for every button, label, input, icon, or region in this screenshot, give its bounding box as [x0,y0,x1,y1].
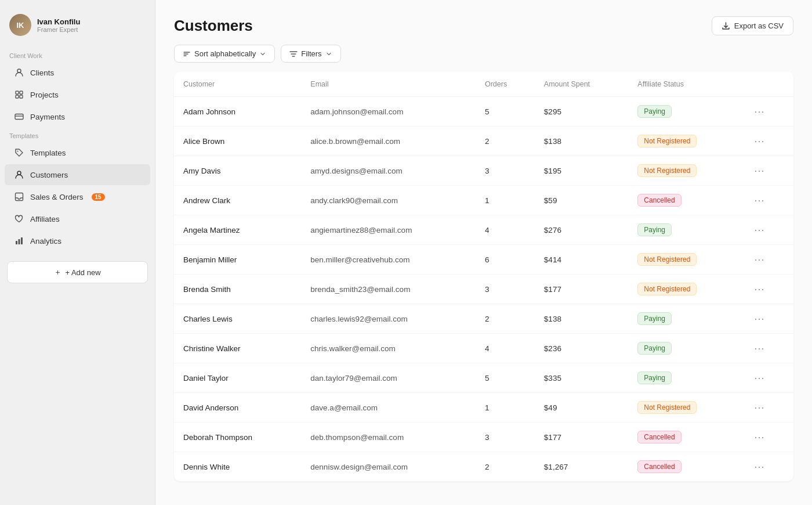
customers-person-icon [14,169,24,180]
download-icon [722,21,730,30]
cell-amount: $236 [535,334,628,363]
status-badge: Paying [637,312,672,325]
cell-name: David Anderson [174,393,301,423]
cell-menu: ⋯ [741,452,793,482]
cell-menu: ⋯ [741,215,793,245]
cell-email: deb.thompson@email.com [301,423,476,452]
col-actions [741,72,793,97]
sidebar-item-customers[interactable]: Customers [5,164,150,185]
cell-menu: ⋯ [741,363,793,393]
sidebar-label-customers: Customers [30,171,68,179]
table-row: Brenda Smith brenda_smith23@email.com 3 … [174,275,793,304]
svg-rect-5 [15,114,23,120]
col-email: Email [301,72,476,97]
export-csv-button[interactable]: Export as CSV [712,16,793,35]
row-menu-button[interactable]: ⋯ [751,401,768,414]
cell-amount: $195 [535,156,628,186]
sidebar-item-templates[interactable]: Templates [5,142,150,163]
cell-email: dan.taylor79@email.com [301,363,476,393]
cell-orders: 4 [476,215,535,245]
cell-orders: 2 [476,127,535,156]
row-menu-button[interactable]: ⋯ [751,283,768,295]
cell-menu: ⋯ [741,245,793,275]
sort-icon [183,50,191,58]
cell-status: Paying [628,215,741,245]
sidebar-item-sales-orders[interactable]: Sales & Orders 15 [5,186,150,207]
cell-orders: 4 [476,334,535,363]
chevron-down-icon [259,50,266,57]
cell-amount: $177 [535,423,628,452]
row-menu-button[interactable]: ⋯ [751,312,768,325]
cell-name: Adam Johnson [174,97,301,127]
status-badge: Not Registered [637,401,697,414]
row-menu-button[interactable]: ⋯ [751,135,768,147]
table-row: Charles Lewis charles.lewis92@email.com … [174,304,793,334]
row-menu-button[interactable]: ⋯ [751,223,768,236]
cell-email: angiemartinez88@email.com [301,215,476,245]
table-body: Adam Johnson adam.johnson@email.com 5 $2… [174,97,793,482]
page-header: Customers Export as CSV [155,0,812,45]
row-menu-button[interactable]: ⋯ [751,253,768,266]
cell-status: Not Registered [628,275,741,304]
cell-menu: ⋯ [741,186,793,215]
filters-button[interactable]: Filters [281,45,340,63]
col-orders: Orders [476,72,535,97]
sidebar-item-analytics[interactable]: Analytics [5,230,150,251]
cell-email: alice.b.brown@email.com [301,127,476,156]
sidebar-item-clients[interactable]: Clients [5,62,150,83]
cell-amount: $138 [535,127,628,156]
table-row: Christine Walker chris.walker@email.com … [174,334,793,363]
cell-email: charles.lewis92@email.com [301,304,476,334]
toolbar: Sort alphabetically Filters [155,45,812,72]
cell-menu: ⋯ [741,97,793,127]
status-badge: Not Registered [637,283,697,295]
sort-label: Sort alphabetically [194,49,256,58]
status-badge: Cancelled [637,431,681,443]
status-badge: Cancelled [637,460,681,473]
cell-name: Angela Martinez [174,215,301,245]
cell-orders: 5 [476,363,535,393]
row-menu-button[interactable]: ⋯ [751,431,768,443]
cell-orders: 3 [476,275,535,304]
avatar: IK [9,14,31,36]
cell-amount: $276 [535,215,628,245]
cell-menu: ⋯ [741,393,793,423]
status-badge: Paying [637,105,672,118]
cell-name: Brenda Smith [174,275,301,304]
section-label-client-work: Client Work [0,48,155,62]
bar-chart-icon [14,236,24,246]
status-badge: Not Registered [637,253,697,266]
sidebar-item-projects[interactable]: Projects [5,84,150,105]
cell-menu: ⋯ [741,127,793,156]
svg-point-0 [17,69,21,73]
cell-menu: ⋯ [741,156,793,186]
cell-email: chris.walker@email.com [301,334,476,363]
add-new-label: + Add new [65,268,100,277]
row-menu-button[interactable]: ⋯ [751,105,768,118]
user-profile[interactable]: IK Ivan Konfilu Framer Expert [0,9,155,48]
sidebar-item-affiliates[interactable]: Affiliates [5,208,150,229]
cell-menu: ⋯ [741,423,793,452]
user-name: Ivan Konfilu [37,17,80,26]
status-badge: Cancelled [637,194,681,207]
row-menu-button[interactable]: ⋯ [751,460,768,473]
status-badge: Not Registered [637,135,697,147]
sort-button[interactable]: Sort alphabetically [174,45,275,63]
cell-amount: $335 [535,363,628,393]
row-menu-button[interactable]: ⋯ [751,194,768,207]
svg-rect-1 [16,91,19,94]
chevron-down-filters-icon [325,50,332,57]
add-new-button[interactable]: ＋ + Add new [7,261,148,283]
table-row: Andrew Clark andy.clark90@email.com 1 $5… [174,186,793,215]
cell-amount: $49 [535,393,628,423]
customers-table-container: Customer Email Orders Amount Spent Affil… [155,72,812,505]
person-icon [14,67,24,78]
cell-name: Benjamin Miller [174,245,301,275]
table-row: Deborah Thompson deb.thompson@email.com … [174,423,793,452]
cell-status: Paying [628,304,741,334]
row-menu-button[interactable]: ⋯ [751,164,768,177]
row-menu-button[interactable]: ⋯ [751,371,768,384]
sidebar-item-payments[interactable]: Payments [5,106,150,127]
svg-point-7 [17,151,19,152]
row-menu-button[interactable]: ⋯ [751,342,768,355]
